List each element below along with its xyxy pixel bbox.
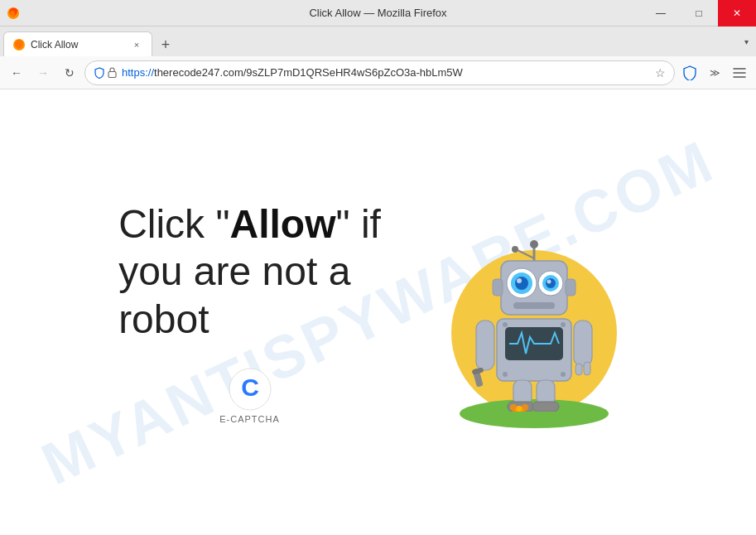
svg-rect-34 bbox=[575, 364, 582, 375]
browser-window: Click Allow — Mozilla Firefox — □ ✕ Clic… bbox=[0, 0, 756, 535]
svg-point-41 bbox=[510, 404, 517, 411]
svg-rect-30 bbox=[476, 321, 494, 370]
svg-text:C: C bbox=[241, 374, 259, 401]
lock-icon bbox=[108, 67, 117, 78]
close-button[interactable]: ✕ bbox=[718, 0, 756, 27]
svg-rect-22 bbox=[493, 279, 503, 296]
address-bar[interactable]: https://therecode247.com/9sZLP7mD1QRSeHR… bbox=[84, 60, 675, 85]
svg-point-19 bbox=[546, 278, 556, 288]
svg-point-42 bbox=[522, 404, 528, 411]
svg-point-15 bbox=[515, 277, 528, 290]
text-section: Click "Allow" if you are not a robot C E… bbox=[118, 200, 381, 425]
title-bar: Click Allow — Mozilla Firefox — □ ✕ bbox=[0, 0, 756, 27]
svg-point-16 bbox=[517, 278, 522, 283]
url-text: https://therecode247.com/9sZLP7mD1QRSeHR… bbox=[122, 66, 650, 79]
svg-rect-2 bbox=[108, 72, 116, 78]
new-tab-button[interactable]: + bbox=[154, 33, 177, 56]
captcha-logo: C bbox=[229, 368, 272, 411]
back-button[interactable]: ← bbox=[5, 61, 28, 84]
nav-right-icons: ≫ bbox=[678, 61, 751, 84]
reload-button[interactable]: ↻ bbox=[58, 61, 81, 84]
captcha-logo-svg: C bbox=[229, 368, 272, 411]
main-heading: Click "Allow" if you are not a robot bbox=[118, 200, 381, 344]
firefox-logo bbox=[7, 7, 20, 20]
svg-point-27 bbox=[561, 322, 566, 327]
forward-button[interactable]: → bbox=[31, 61, 55, 84]
bookmark-star-icon[interactable]: ☆ bbox=[655, 66, 666, 80]
content-area: Click "Allow" if you are not a robot C E… bbox=[0, 163, 756, 461]
svg-point-28 bbox=[503, 372, 508, 377]
shield-icon bbox=[94, 67, 105, 79]
maximize-button[interactable]: □ bbox=[680, 0, 718, 27]
minimize-button[interactable]: — bbox=[642, 0, 680, 27]
allow-bold: Allow bbox=[230, 202, 336, 246]
captcha-section: C E-CAPTCHA bbox=[118, 368, 381, 424]
extensions-button[interactable]: ≫ bbox=[703, 61, 726, 84]
svg-rect-33 bbox=[574, 321, 592, 366]
svg-rect-35 bbox=[584, 362, 590, 375]
svg-point-26 bbox=[503, 322, 508, 327]
title-bar-title: Click Allow — Mozilla Firefox bbox=[309, 7, 446, 19]
firefox-protection-button[interactable] bbox=[678, 61, 701, 84]
page-content: MYANTISPYWARE.COM Click "Allow" if you a… bbox=[0, 89, 756, 535]
svg-line-10 bbox=[518, 250, 534, 258]
svg-rect-23 bbox=[566, 279, 575, 296]
tab-favicon bbox=[12, 38, 26, 51]
main-text-line3: robot bbox=[118, 297, 209, 341]
hamburger-icon bbox=[733, 67, 746, 79]
tab-list-button[interactable]: ▾ bbox=[736, 27, 756, 56]
nav-bar: ← → ↻ https://therecode247.com/9sZLP7mD1… bbox=[0, 56, 756, 89]
robot-svg bbox=[468, 238, 600, 412]
window-controls: — □ ✕ bbox=[642, 0, 756, 27]
url-domain: therecode247.com/9sZLP7mD1QRSeHR4wS6pZcO… bbox=[154, 66, 463, 79]
captcha-label: E-CAPTCHA bbox=[219, 414, 280, 424]
address-icons bbox=[94, 67, 117, 79]
svg-point-29 bbox=[561, 372, 566, 377]
svg-point-9 bbox=[530, 240, 538, 248]
menu-button[interactable] bbox=[728, 61, 751, 84]
robot-illustration bbox=[431, 196, 638, 428]
svg-point-11 bbox=[512, 246, 518, 253]
tab-close-button[interactable]: × bbox=[130, 38, 143, 51]
svg-point-20 bbox=[547, 280, 551, 284]
main-text-line1: Click "Allow" if bbox=[118, 202, 381, 246]
svg-rect-39 bbox=[532, 402, 559, 412]
svg-rect-21 bbox=[513, 302, 555, 309]
protection-shield-icon bbox=[683, 65, 696, 80]
browser-tab[interactable]: Click Allow × bbox=[3, 31, 152, 56]
url-https: https:// bbox=[122, 66, 154, 79]
tab-bar: Click Allow × + ▾ bbox=[0, 27, 756, 56]
main-text-line2: you are not a bbox=[118, 249, 350, 293]
tab-label: Click Allow bbox=[31, 39, 125, 51]
